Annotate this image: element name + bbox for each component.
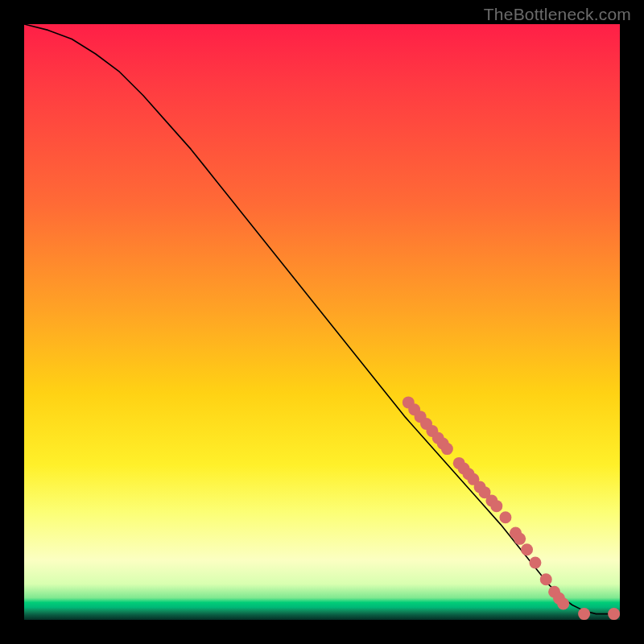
data-point <box>490 500 502 512</box>
marker-layer <box>402 396 620 620</box>
chart-overlay <box>24 24 620 620</box>
data-point <box>499 511 511 523</box>
data-point <box>514 533 526 545</box>
curve-line <box>24 24 620 614</box>
data-point <box>608 608 620 620</box>
data-point <box>521 543 533 555</box>
data-point <box>441 443 453 455</box>
data-point <box>557 598 569 610</box>
data-point <box>529 556 541 568</box>
plot-area <box>24 24 620 620</box>
data-point <box>540 573 552 585</box>
watermark-text: TheBottleneck.com <box>484 5 631 24</box>
data-point <box>578 608 590 620</box>
chart-stage: TheBottleneck.com <box>0 0 644 644</box>
